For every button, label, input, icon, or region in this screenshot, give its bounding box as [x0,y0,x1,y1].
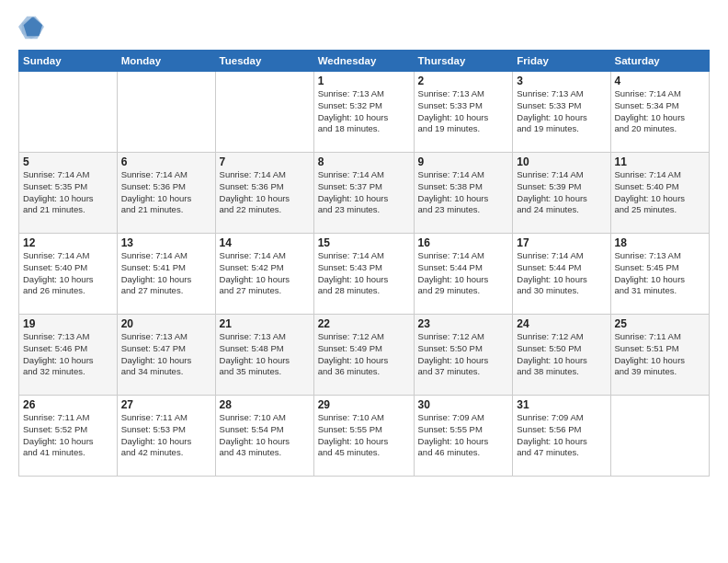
calendar-week-3: 12Sunrise: 7:14 AM Sunset: 5:40 PM Dayli… [19,234,710,315]
calendar-cell: 20Sunrise: 7:13 AM Sunset: 5:47 PM Dayli… [117,315,215,396]
header [18,15,710,40]
day-info: Sunrise: 7:10 AM Sunset: 5:55 PM Dayligh… [318,412,410,459]
day-number: 25 [615,317,706,330]
col-header-monday: Monday [117,51,215,72]
day-number: 18 [615,236,706,249]
calendar-cell: 29Sunrise: 7:10 AM Sunset: 5:55 PM Dayli… [313,396,414,477]
calendar-cell: 15Sunrise: 7:14 AM Sunset: 5:43 PM Dayli… [313,234,414,315]
day-number: 6 [121,155,211,168]
calendar-week-1: 1Sunrise: 7:13 AM Sunset: 5:32 PM Daylig… [19,72,710,153]
calendar-cell: 5Sunrise: 7:14 AM Sunset: 5:35 PM Daylig… [19,153,118,234]
calendar-cell: 18Sunrise: 7:13 AM Sunset: 5:45 PM Dayli… [610,234,710,315]
calendar-cell [215,72,313,153]
day-number: 13 [121,236,211,249]
day-info: Sunrise: 7:13 AM Sunset: 5:48 PM Dayligh… [220,331,310,378]
calendar-cell: 19Sunrise: 7:13 AM Sunset: 5:46 PM Dayli… [19,315,118,396]
logo [18,15,48,40]
day-info: Sunrise: 7:14 AM Sunset: 5:34 PM Dayligh… [615,88,706,135]
calendar-cell: 30Sunrise: 7:09 AM Sunset: 5:55 PM Dayli… [414,396,513,477]
calendar-header-row: SundayMondayTuesdayWednesdayThursdayFrid… [19,51,710,72]
day-number: 19 [23,317,113,330]
calendar-cell: 25Sunrise: 7:11 AM Sunset: 5:51 PM Dayli… [610,315,710,396]
day-number: 15 [318,236,410,249]
day-info: Sunrise: 7:14 AM Sunset: 5:41 PM Dayligh… [121,250,211,297]
day-info: Sunrise: 7:12 AM Sunset: 5:50 PM Dayligh… [418,331,509,378]
day-number: 9 [418,155,509,168]
day-info: Sunrise: 7:14 AM Sunset: 5:36 PM Dayligh… [220,169,310,216]
col-header-wednesday: Wednesday [313,51,414,72]
day-info: Sunrise: 7:13 AM Sunset: 5:47 PM Dayligh… [121,331,211,378]
calendar-week-5: 26Sunrise: 7:11 AM Sunset: 5:52 PM Dayli… [19,396,710,477]
col-header-friday: Friday [513,51,610,72]
calendar-cell: 11Sunrise: 7:14 AM Sunset: 5:40 PM Dayli… [610,153,710,234]
day-number: 7 [220,155,310,168]
day-number: 29 [318,398,410,411]
day-info: Sunrise: 7:14 AM Sunset: 5:39 PM Dayligh… [517,169,606,216]
day-number: 17 [517,236,606,249]
day-number: 10 [517,155,606,168]
day-number: 23 [418,317,509,330]
col-header-sunday: Sunday [19,51,118,72]
calendar-cell [610,396,710,477]
calendar-cell: 31Sunrise: 7:09 AM Sunset: 5:56 PM Dayli… [513,396,610,477]
day-number: 1 [318,75,410,87]
calendar-cell: 10Sunrise: 7:14 AM Sunset: 5:39 PM Dayli… [513,153,610,234]
day-number: 2 [418,75,509,87]
day-number: 26 [23,398,113,411]
day-info: Sunrise: 7:09 AM Sunset: 5:55 PM Dayligh… [418,412,509,459]
calendar-cell: 14Sunrise: 7:14 AM Sunset: 5:42 PM Dayli… [215,234,313,315]
day-info: Sunrise: 7:13 AM Sunset: 5:33 PM Dayligh… [418,88,509,135]
day-number: 21 [220,317,310,330]
day-info: Sunrise: 7:11 AM Sunset: 5:51 PM Dayligh… [615,331,706,378]
day-info: Sunrise: 7:13 AM Sunset: 5:33 PM Dayligh… [517,88,606,135]
day-info: Sunrise: 7:14 AM Sunset: 5:40 PM Dayligh… [615,169,706,216]
calendar-cell: 4Sunrise: 7:14 AM Sunset: 5:34 PM Daylig… [610,72,710,153]
day-info: Sunrise: 7:11 AM Sunset: 5:52 PM Dayligh… [23,412,113,459]
calendar-cell: 26Sunrise: 7:11 AM Sunset: 5:52 PM Dayli… [19,396,118,477]
calendar-cell: 13Sunrise: 7:14 AM Sunset: 5:41 PM Dayli… [117,234,215,315]
day-info: Sunrise: 7:14 AM Sunset: 5:44 PM Dayligh… [517,250,606,297]
day-number: 8 [318,155,410,168]
calendar-cell: 2Sunrise: 7:13 AM Sunset: 5:33 PM Daylig… [414,72,513,153]
day-info: Sunrise: 7:14 AM Sunset: 5:42 PM Dayligh… [220,250,310,297]
calendar-cell: 24Sunrise: 7:12 AM Sunset: 5:50 PM Dayli… [513,315,610,396]
day-info: Sunrise: 7:10 AM Sunset: 5:54 PM Dayligh… [220,412,310,459]
day-info: Sunrise: 7:14 AM Sunset: 5:37 PM Dayligh… [318,169,410,216]
day-number: 11 [615,155,706,168]
day-number: 30 [418,398,509,411]
day-number: 3 [517,75,606,87]
calendar-table: SundayMondayTuesdayWednesdayThursdayFrid… [18,50,710,477]
day-number: 16 [418,236,509,249]
day-info: Sunrise: 7:14 AM Sunset: 5:43 PM Dayligh… [318,250,410,297]
svg-marker-2 [18,17,44,39]
day-info: Sunrise: 7:14 AM Sunset: 5:44 PM Dayligh… [418,250,509,297]
day-number: 14 [220,236,310,249]
page: SundayMondayTuesdayWednesdayThursdayFrid… [0,0,728,563]
calendar-cell: 7Sunrise: 7:14 AM Sunset: 5:36 PM Daylig… [215,153,313,234]
day-number: 24 [517,317,606,330]
day-info: Sunrise: 7:14 AM Sunset: 5:36 PM Dayligh… [121,169,211,216]
calendar-cell: 8Sunrise: 7:14 AM Sunset: 5:37 PM Daylig… [313,153,414,234]
calendar-cell: 17Sunrise: 7:14 AM Sunset: 5:44 PM Dayli… [513,234,610,315]
calendar-cell: 27Sunrise: 7:11 AM Sunset: 5:53 PM Dayli… [117,396,215,477]
col-header-thursday: Thursday [414,51,513,72]
calendar-cell: 28Sunrise: 7:10 AM Sunset: 5:54 PM Dayli… [215,396,313,477]
calendar-cell: 12Sunrise: 7:14 AM Sunset: 5:40 PM Dayli… [19,234,118,315]
calendar-week-2: 5Sunrise: 7:14 AM Sunset: 5:35 PM Daylig… [19,153,710,234]
day-info: Sunrise: 7:13 AM Sunset: 5:46 PM Dayligh… [23,331,113,378]
calendar-cell: 3Sunrise: 7:13 AM Sunset: 5:33 PM Daylig… [513,72,610,153]
col-header-tuesday: Tuesday [215,51,313,72]
calendar-cell: 23Sunrise: 7:12 AM Sunset: 5:50 PM Dayli… [414,315,513,396]
logo-icon [18,15,44,40]
day-number: 22 [318,317,410,330]
calendar-cell: 21Sunrise: 7:13 AM Sunset: 5:48 PM Dayli… [215,315,313,396]
day-info: Sunrise: 7:14 AM Sunset: 5:35 PM Dayligh… [23,169,113,216]
calendar-cell: 1Sunrise: 7:13 AM Sunset: 5:32 PM Daylig… [313,72,414,153]
day-number: 31 [517,398,606,411]
day-info: Sunrise: 7:12 AM Sunset: 5:49 PM Dayligh… [318,331,410,378]
day-number: 28 [220,398,310,411]
col-header-saturday: Saturday [610,51,710,72]
calendar-cell [19,72,118,153]
day-info: Sunrise: 7:11 AM Sunset: 5:53 PM Dayligh… [121,412,211,459]
calendar-cell: 9Sunrise: 7:14 AM Sunset: 5:38 PM Daylig… [414,153,513,234]
